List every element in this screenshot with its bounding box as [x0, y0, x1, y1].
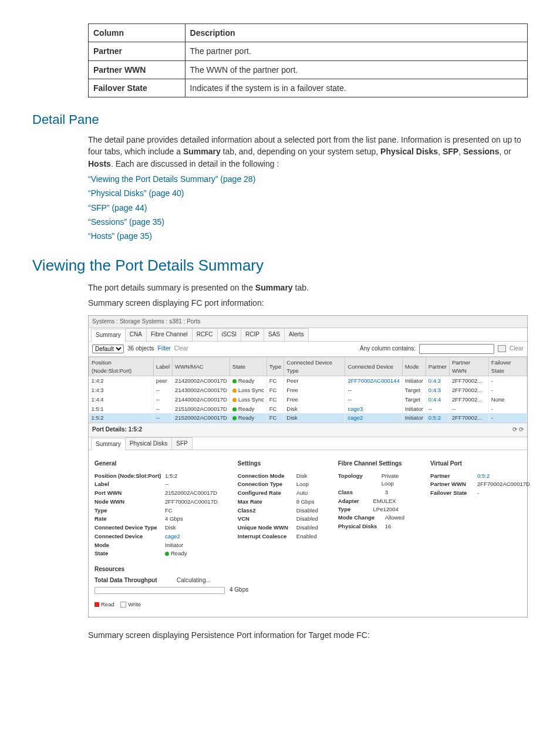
fc-heading: Fibre Channel Settings	[338, 460, 410, 468]
refresh-icons[interactable]: ⟳ ⟳	[512, 426, 524, 434]
property-row: Rate4 Gbps	[95, 515, 218, 523]
port-row[interactable]: 1:4:2peer21420002AC00017DReadyFCPeer2FF7…	[89, 376, 527, 386]
column-header[interactable]: Partner WWN	[450, 357, 489, 376]
fc-settings-panel: Fibre Channel Settings TopologyPrivate L…	[338, 460, 410, 558]
property-row: Port WWN21520002AC00017D	[95, 489, 218, 497]
th-description: Description	[185, 24, 527, 42]
port-row[interactable]: 1:4:3--21430002AC00017DLoss SyncFCFree--…	[89, 386, 527, 395]
property-row: Configured RateAuto	[238, 489, 318, 497]
property-row: Class2Disabled	[238, 507, 318, 515]
search-input[interactable]	[419, 344, 494, 354]
property-row: Max Rate8 Gbps	[238, 498, 318, 506]
heading-detail-pane: Detail Pane	[32, 110, 528, 129]
port-details-title: Port Details: 1:5:2	[92, 426, 142, 434]
heading-viewing-port-details: Viewing the Port Details Summary	[32, 255, 528, 277]
cross-reference-link[interactable]: “Viewing the Port Details Summary” (page…	[88, 173, 528, 185]
settings-heading: Settings	[238, 460, 318, 468]
resources-panel: Resources Total Data Throughput Calculat…	[95, 565, 521, 608]
property-row: TopologyPrivate Loop	[338, 472, 410, 488]
breadcrumb: Systems : Storage Systems : s381 : Ports	[89, 316, 527, 329]
property-row: Connected Device TypeDisk	[95, 524, 218, 532]
main-tab[interactable]: CNA	[125, 328, 147, 341]
property-row: VCNDisabled	[238, 515, 318, 523]
print-icon[interactable]	[498, 345, 506, 352]
main-tab[interactable]: iSCSI	[217, 328, 242, 341]
column-header[interactable]: Label	[153, 357, 172, 376]
fc-port-screenshot: Systems : Storage Systems : s381 : Ports…	[88, 315, 528, 617]
column-header[interactable]: State	[230, 357, 266, 376]
column-header[interactable]: Mode	[402, 357, 426, 376]
cross-reference-link[interactable]: “Hosts” (page 35)	[88, 230, 528, 242]
tdt-label: Total Data Throughput	[95, 576, 177, 585]
property-row: Adapter TypeEMULEX LPe12004	[338, 497, 410, 514]
detail-tab-row: SummaryPhysical DisksSFP	[89, 437, 527, 451]
column-header[interactable]: Failover State	[488, 357, 527, 376]
property-row: Partner0:5:2	[430, 472, 530, 480]
main-tab-row: SummaryCNAFibre ChannelRCFCiSCSIRCIPSASA…	[89, 328, 527, 342]
column-header[interactable]: Partner	[426, 357, 449, 376]
persistence-caption: Summary screen displaying Persistence Po…	[88, 629, 528, 641]
property-row: TypeFC	[95, 507, 218, 515]
main-tab[interactable]: Alerts	[284, 328, 309, 341]
cross-reference-link[interactable]: “Physical Disks” (page 40)	[88, 187, 528, 199]
port-row[interactable]: 1:5:2--21520002AC00017DReadyFCDiskcage2I…	[89, 413, 527, 423]
detail-tab[interactable]: Physical Disks	[125, 437, 172, 450]
column-header[interactable]: WWN/MAC	[173, 357, 230, 376]
main-tab[interactable]: RCIP	[241, 328, 264, 341]
property-row: Mode ChangeAllowed	[338, 514, 410, 522]
settings-panel: Settings Connection ModeDiskConnection T…	[238, 460, 318, 558]
filter-link[interactable]: Filter	[158, 345, 171, 353]
property-row: Failover State-	[430, 489, 530, 497]
property-row: ModeInitiator	[95, 541, 218, 549]
detail-pane-paragraph: The detail pane provides detailed inform…	[88, 134, 528, 170]
legend-write-swatch	[120, 602, 126, 607]
main-tab[interactable]: Fibre Channel	[146, 328, 193, 341]
property-row: Class3	[338, 488, 410, 497]
summary-caption: Summary screen displaying FC port inform…	[88, 297, 528, 309]
port-row[interactable]: 1:4:4--21440002AC00017DLoss SyncFCFree--…	[89, 395, 527, 404]
main-tab[interactable]: Summary	[91, 329, 126, 342]
cross-reference-link[interactable]: “Sessions” (page 35)	[88, 216, 528, 228]
main-tab[interactable]: RCFC	[192, 328, 218, 341]
table-row: Failover StateIndicates if the system is…	[89, 79, 528, 97]
property-row: Position (Node:Slot:Port)1:5:2	[95, 472, 218, 480]
property-row: Label--	[95, 480, 218, 488]
throughput-legend: Read Write	[95, 600, 521, 609]
tdt-value: Calculating...	[177, 576, 211, 585]
object-count: 36 objects	[127, 345, 154, 353]
property-row: Unique Node WWNDisabled	[238, 524, 318, 532]
resources-heading: Resources	[95, 565, 521, 574]
property-row: Interrupt CoalesceEnabled	[238, 532, 318, 541]
throughput-meter	[95, 587, 225, 594]
column-description-table: Column Description PartnerThe partner po…	[88, 23, 528, 97]
throughput-scale: 4 Gbps	[230, 586, 248, 595]
column-header[interactable]: Connected Device	[345, 357, 402, 376]
port-list-table: Position (Node:Slot:Port)LabelWWN/MACSta…	[89, 357, 527, 423]
detail-tab[interactable]: Summary	[91, 438, 126, 451]
list-toolbar: Default 36 objects Filter Clear Any colu…	[89, 342, 527, 357]
property-row: Node WWN2FF70002AC00017D	[95, 498, 218, 506]
virtual-port-panel: Virtual Port Partner0:5:2Partner WWN2FF7…	[430, 460, 530, 558]
general-panel: General Position (Node:Slot:Port)1:5:2La…	[95, 460, 218, 558]
detail-tab[interactable]: SFP	[171, 437, 192, 450]
clear-filter-link[interactable]: Clear	[174, 345, 188, 353]
property-row: StateReady	[95, 549, 218, 558]
cross-reference-link[interactable]: “SFP” (page 44)	[88, 202, 528, 214]
property-row: Connection ModeDisk	[238, 472, 318, 480]
clear-search-link[interactable]: Clear	[510, 345, 524, 353]
column-header[interactable]: Connected Device Type	[284, 357, 345, 376]
port-row[interactable]: 1:5:1--21510002AC00017DReadyFCDiskcage3I…	[89, 404, 527, 414]
table-row: PartnerThe partner port.	[89, 42, 528, 60]
column-header[interactable]: Position (Node:Slot:Port)	[89, 357, 154, 376]
general-heading: General	[95, 460, 218, 468]
property-row: Physical Disks16	[338, 522, 410, 531]
property-row: Partner WWN2FF70002AC00017D	[430, 480, 530, 488]
table-row: Partner WWNThe WWN of the partner port.	[89, 60, 528, 79]
column-header[interactable]: Type	[266, 357, 284, 376]
main-tab[interactable]: SAS	[264, 328, 285, 341]
filter-preset-select[interactable]: Default	[92, 345, 124, 353]
th-column: Column	[89, 24, 185, 42]
property-row: Connected Devicecage2	[95, 532, 218, 541]
summary-intro: The port details summary is presented on…	[88, 282, 528, 293]
legend-read-swatch	[95, 602, 99, 607]
